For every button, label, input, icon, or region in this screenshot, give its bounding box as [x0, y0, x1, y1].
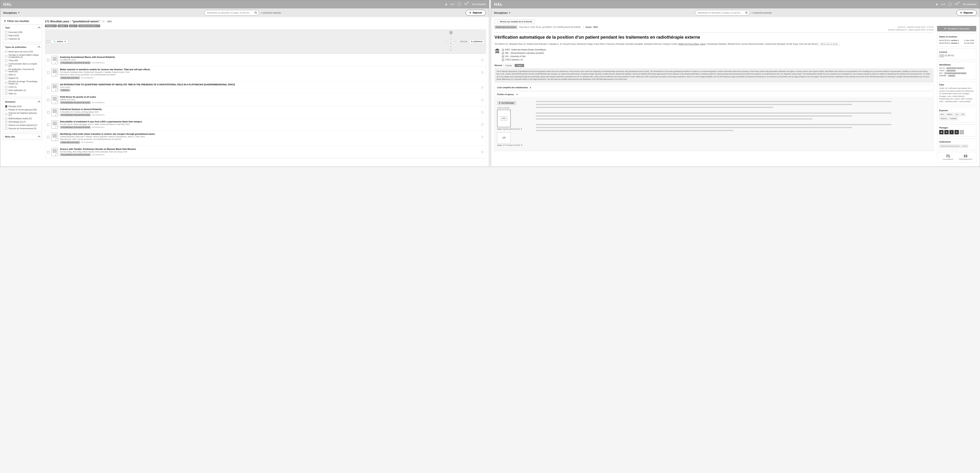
result-title[interactable]: Cylindrical Systems in General Relativit…: [60, 108, 479, 110]
facet-item[interactable]: Sciences de l'environnement (0): [5, 127, 40, 130]
facet-item[interactable]: Notice (622): [5, 34, 40, 37]
lang-tab-fr[interactable]: Français: [503, 64, 514, 67]
document-icon[interactable]: [51, 133, 58, 141]
back-button[interactable]: ←Revenir aux résultats de la recherche: [495, 19, 535, 24]
facet-item[interactable]: Direction d'ouvrage, Proceedings, Dossie…: [5, 80, 40, 85]
disciplines-dropdown[interactable]: Disciplines: [3, 11, 20, 14]
deposit-button[interactable]: +Déposer: [466, 10, 486, 16]
result-checkbox[interactable]: [47, 99, 49, 101]
facet-item[interactable]: Science non linéaire [physics] (1): [5, 124, 40, 127]
search-icon[interactable]: [745, 11, 748, 14]
star-icon[interactable]: [102, 20, 105, 23]
actions-dropdown[interactable]: 🔧actions: [51, 40, 68, 43]
download-icon[interactable]: ⬇: [520, 128, 522, 130]
deposit-button[interactable]: +Déposer: [956, 10, 977, 16]
result-checkbox[interactable]: [47, 136, 49, 138]
result-title[interactable]: Analyzing Gravitational Waves with Gener…: [60, 56, 479, 58]
export-button[interactable]: DCterms: [939, 117, 948, 120]
contrast-icon[interactable]: ◐: [936, 3, 938, 6]
result-title[interactable]: Science with TianQin: Preliminary Result…: [60, 148, 479, 150]
advanced-search-link[interactable]: + recherche avancée: [751, 11, 772, 14]
filter-chip[interactable]: 2019✕: [69, 24, 78, 27]
login-link[interactable]: Se connecter: [472, 3, 486, 6]
files-accordion[interactable]: Fichiers et aperçu: [495, 92, 934, 97]
close-icon[interactable]: ✕: [54, 25, 56, 27]
select-all-checkbox[interactable]: [47, 40, 49, 43]
close-icon[interactable]: ✕: [65, 25, 67, 27]
facet-item[interactable]: Ouvrage (y compris édition critique et t…: [5, 53, 40, 59]
page-prev[interactable]: ‹: [445, 40, 449, 43]
info-icon[interactable]: i: [457, 3, 461, 6]
result-title[interactable]: Field theory for gravity at all scales: [60, 96, 479, 98]
document-icon[interactable]: [51, 120, 58, 129]
pdf-thumbnail[interactable]: PDF: [497, 110, 511, 127]
facet-item[interactable]: Rapport (2): [5, 76, 40, 80]
facet-item[interactable]: Mathématiques [math] (15): [5, 117, 40, 120]
document-icon[interactable]: [51, 108, 58, 116]
result-title[interactable]: Matter imprints in waveform models for n…: [60, 68, 479, 71]
facet-item[interactable]: Physique (214): [5, 105, 40, 108]
sort-dropdown[interactable]: ⇅pertinence: [469, 40, 484, 43]
result-checkbox[interactable]: [47, 59, 49, 61]
facet-item[interactable]: Thèse (84): [5, 59, 40, 62]
share-twitter[interactable]: 𝕏: [944, 130, 949, 134]
page-next[interactable]: ›: [453, 40, 457, 43]
result-checkbox[interactable]: [47, 72, 49, 74]
star-icon[interactable]: [480, 98, 484, 102]
facet-item[interactable]: Article dans une revue (122): [5, 50, 40, 53]
result-checkbox[interactable]: [47, 86, 49, 89]
text-size-control[interactable]: A | A: [941, 3, 945, 5]
facet-item[interactable]: Planète et Univers [physics] (99): [5, 108, 40, 111]
export-button[interactable]: TEI: [960, 113, 965, 116]
collection-tag[interactable]: INSMI: [961, 145, 968, 148]
export-button[interactable]: EndNote: [949, 117, 958, 120]
search-input[interactable]: [204, 10, 259, 16]
page-number[interactable]: 1: [449, 31, 453, 34]
share-linkedin[interactable]: in: [955, 130, 959, 134]
export-button[interactable]: BibTeX: [946, 113, 953, 116]
filter-chip[interactable]: Gravitational radiation✕: [78, 24, 100, 27]
result-title[interactable]: Identifying a first-order phase transiti…: [60, 133, 479, 135]
result-checkbox[interactable]: [47, 124, 49, 126]
filter-chip[interactable]: Anglais✕: [57, 24, 68, 27]
version-row[interactable]: hal-01787411, version 223 Juin 2019: [939, 42, 974, 45]
lang-tab-en[interactable]: Anglais: [515, 64, 524, 67]
download-all-button[interactable]: ⬇Tout télécharger: [497, 101, 516, 105]
close-icon[interactable]: ✕: [75, 25, 76, 27]
document-icon[interactable]: [51, 96, 58, 104]
page-number[interactable]: 4: [449, 41, 453, 45]
logo[interactable]: HAL: [494, 2, 503, 7]
facet-item[interactable]: Sciences de l'ingénieur [physics] (17): [5, 111, 40, 117]
share-more[interactable]: +: [959, 130, 964, 134]
logo[interactable]: HAL: [3, 2, 12, 7]
facet-item[interactable]: Pré-publication, Document de travail (33…: [5, 68, 40, 73]
view-document-button[interactable]: 👁Visualiser le document: [937, 26, 976, 31]
share-facebook[interactable]: f: [950, 130, 954, 134]
document-icon[interactable]: [51, 68, 58, 76]
info-icon[interactable]: i: [948, 3, 952, 6]
export-button[interactable]: DC: [955, 113, 959, 116]
filter-chip[interactable]: Physique✕: [45, 24, 57, 27]
star-icon[interactable]: [480, 86, 484, 89]
facet-item[interactable]: Informatique [cs] (7): [5, 120, 40, 124]
star-icon[interactable]: [480, 58, 484, 62]
page-number[interactable]: 3: [449, 38, 453, 41]
metadata-accordion[interactable]: Liste complète des métadonnées▸: [495, 85, 934, 91]
result-title[interactable]: Detectability of modulated X-rays from L…: [60, 120, 479, 123]
result-checkbox[interactable]: [47, 111, 49, 113]
text-size-control[interactable]: A | A: [450, 3, 454, 5]
page-number[interactable]: 2: [449, 34, 453, 38]
facet-item[interactable]: Document (293): [5, 30, 40, 34]
lang-select[interactable]: FR: [955, 3, 959, 6]
star-icon[interactable]: [480, 110, 484, 114]
search-input[interactable]: [695, 10, 750, 16]
lang-select[interactable]: FR: [464, 3, 469, 6]
star-icon[interactable]: [480, 150, 484, 154]
export-button[interactable]: PDF: [939, 113, 945, 116]
version-row[interactable]: hal-01787411, version 14 Janv. 2019: [939, 39, 974, 42]
facet-item[interactable]: Communication dans un congrès (41): [5, 62, 40, 68]
star-icon[interactable]: [480, 71, 484, 74]
page-number[interactable]: 6: [449, 48, 453, 52]
facet-item[interactable]: Collection (6): [5, 37, 40, 41]
facet-item[interactable]: Cours (1): [5, 85, 40, 89]
